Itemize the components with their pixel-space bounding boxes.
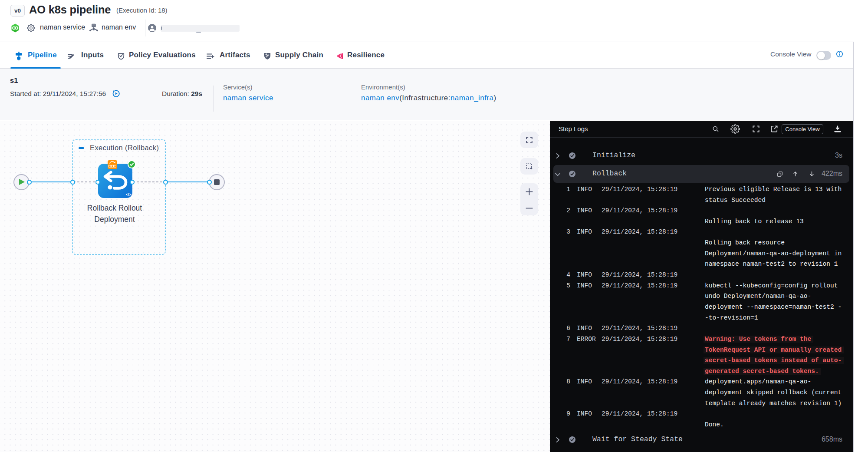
svg-text:</>: </> bbox=[126, 192, 132, 197]
